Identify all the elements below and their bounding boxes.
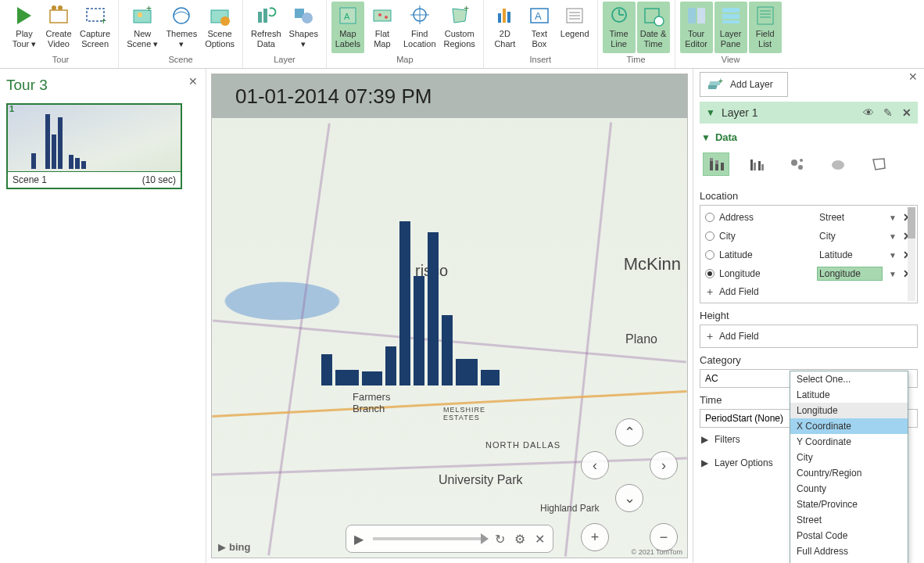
chevron-down-icon: ▼ — [706, 107, 715, 118]
dropdown-option[interactable]: Country/Region — [790, 465, 908, 481]
plus-icon: + — [705, 330, 714, 342]
map-place-label: NORTH DALLAS — [485, 440, 560, 450]
chevron-down-icon[interactable]: ▼ — [887, 270, 898, 278]
map-labels-button[interactable]: AMapLabels — [331, 2, 364, 53]
dropdown-option[interactable]: Longitude — [790, 403, 908, 418]
dropdown-option[interactable]: Select One... — [790, 371, 908, 387]
location-field-row[interactable]: AddressStreet▼✕ — [700, 208, 917, 227]
text-box-button[interactable]: ATextBox — [523, 2, 556, 53]
svg-text:A: A — [344, 12, 350, 21]
data-section-header[interactable]: ▼ Data — [700, 127, 918, 148]
themes-button[interactable]: Themes▾ — [163, 2, 200, 53]
map-viewport[interactable]: 01-01-2014 07:39 PM McKinn risco Plano F… — [211, 74, 688, 558]
heatmap-icon[interactable] — [825, 152, 851, 176]
field-type-select[interactable]: City — [817, 229, 883, 243]
svg-text:+: + — [718, 77, 723, 85]
add-layer-label: Add Layer — [730, 79, 773, 90]
settings-icon[interactable]: ⚙ — [514, 532, 525, 547]
svg-rect-1 — [50, 10, 67, 23]
play-tour-button[interactable]: PlayTour ▾ — [8, 2, 41, 53]
time-line-button[interactable]: TimeLine — [603, 2, 636, 53]
zoom-in-button[interactable]: + — [581, 523, 609, 551]
location-field-row[interactable]: LatitudeLatitude▼✕ — [700, 246, 917, 264]
dropdown-option[interactable]: City — [790, 450, 908, 465]
ribbon: PlayTour ▾CreateVideo+CaptureScreenTour+… — [0, 0, 924, 69]
play-icon[interactable]: ▶ — [354, 532, 364, 547]
delete-icon[interactable]: ✕ — [902, 106, 911, 119]
rotate-right-button[interactable]: › — [650, 451, 678, 479]
scrollbar[interactable] — [908, 207, 915, 301]
field-list-button[interactable]: FieldList — [749, 2, 782, 53]
dropdown-option[interactable]: Street — [790, 512, 908, 528]
close-icon[interactable]: ✕ — [535, 532, 545, 547]
tilt-down-button[interactable]: ⌄ — [615, 484, 643, 512]
close-icon[interactable]: ✕ — [188, 75, 198, 88]
geo-type-dropdown[interactable]: Select One...LatitudeLongitudeX Coordina… — [790, 371, 908, 563]
add-field-row[interactable]: + Add Field — [700, 328, 917, 345]
loop-icon[interactable]: ↻ — [495, 532, 505, 547]
date-time-button[interactable]: Date &Time — [637, 2, 670, 53]
scene-options-button[interactable]: SceneOptions — [202, 2, 238, 53]
layer-header[interactable]: ▼ Layer 1 👁 ✎ ✕ — [700, 102, 918, 124]
tour-editor-button[interactable]: TourEditor — [680, 2, 713, 53]
time-player: ▶ ↻ ⚙ ✕ — [346, 525, 553, 553]
tilt-up-button[interactable]: ⌃ — [615, 418, 643, 446]
add-layer-button[interactable]: + Add Layer — [700, 72, 788, 97]
radio-button[interactable] — [705, 250, 714, 260]
chevron-down-icon[interactable]: ▼ — [887, 213, 898, 222]
visibility-icon[interactable]: 👁 — [863, 106, 874, 119]
radio-button[interactable] — [705, 213, 714, 222]
field-type-select[interactable]: Street — [817, 210, 883, 224]
create-video-button[interactable]: CreateVideo — [42, 2, 75, 53]
rotate-left-button[interactable]: ‹ — [581, 451, 609, 479]
svg-marker-65 — [873, 159, 885, 170]
ribbon-group-scene: +NewScene ▾Themes▾SceneOptionsScene — [119, 0, 243, 68]
edit-icon[interactable]: ✎ — [883, 106, 893, 119]
field-type-select[interactable]: Latitude — [817, 248, 883, 262]
zoom-out-button[interactable]: − — [650, 523, 678, 551]
dropdown-option[interactable]: X Coordinate — [790, 418, 908, 434]
new-scene-button[interactable]: +NewScene ▾ — [124, 2, 161, 53]
svg-point-15 — [302, 13, 313, 23]
svg-rect-58 — [754, 163, 756, 170]
radio-button[interactable] — [705, 269, 714, 278]
bubble-icon[interactable] — [784, 152, 811, 176]
dropdown-option[interactable]: Full Address — [790, 543, 908, 559]
find-location-icon — [408, 4, 432, 27]
svg-rect-44 — [722, 20, 740, 23]
chevron-down-icon[interactable]: ▼ — [887, 251, 898, 260]
2d-chart-button[interactable]: 2DChart — [489, 2, 521, 53]
map-place-label: University Park — [439, 473, 523, 487]
location-field-row[interactable]: CityCity▼✕ — [700, 227, 917, 246]
clustered-column-icon[interactable] — [743, 152, 770, 176]
location-label: Location — [700, 190, 918, 202]
dropdown-option[interactable]: Latitude — [790, 387, 908, 403]
close-icon[interactable]: ✕ — [908, 70, 918, 83]
add-layer-icon: + — [708, 77, 724, 91]
time-slider[interactable] — [373, 537, 485, 540]
svg-point-19 — [378, 13, 381, 16]
map-labels-icon: A — [336, 4, 360, 27]
stacked-column-icon[interactable] — [703, 152, 729, 176]
add-field-row[interactable]: +Add Field — [700, 283, 917, 300]
field-type-select[interactable]: Longitude — [817, 267, 883, 281]
shapes-button[interactable]: Shapes▾ — [286, 2, 321, 53]
dropdown-option[interactable]: Custom Region (.kml, .shp) — [790, 559, 908, 563]
layer-pane-button[interactable]: LayerPane — [714, 2, 747, 53]
legend-button[interactable]: Legend — [557, 2, 593, 53]
location-field-row[interactable]: LongitudeLongitude▼✕ — [700, 264, 917, 283]
dropdown-option[interactable]: Y Coordinate — [790, 434, 908, 450]
scene-thumbnail[interactable]: 1 Scene 1 (10 sec) — [6, 103, 182, 189]
find-location-button[interactable]: FindLocation — [400, 2, 439, 53]
dropdown-option[interactable]: Postal Code — [790, 528, 908, 543]
radio-button[interactable] — [705, 231, 714, 241]
chevron-down-icon[interactable]: ▼ — [887, 232, 898, 241]
capture-screen-button[interactable]: +CaptureScreen — [77, 2, 113, 53]
dropdown-option[interactable]: County — [790, 481, 908, 497]
dropdown-option[interactable]: State/Province — [790, 497, 908, 512]
flat-map-button[interactable]: FlatMap — [366, 2, 399, 53]
ribbon-group-tour: PlayTour ▾CreateVideo+CaptureScreenTour — [3, 0, 119, 68]
region-icon[interactable] — [865, 152, 892, 176]
refresh-data-button[interactable]: RefreshData — [248, 2, 285, 53]
custom-regions-button[interactable]: +CustomRegions — [441, 2, 478, 53]
